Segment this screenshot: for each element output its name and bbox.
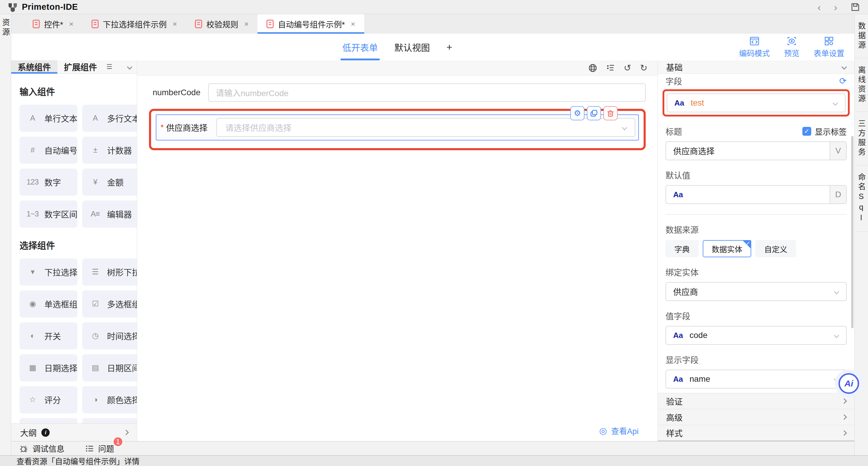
section-validation-label: 验证 [666,395,683,407]
canvas-toolbar: ↺ ↻ [137,60,657,76]
palette-component[interactable]: ☆ 评分 [20,386,78,413]
component-label: 数字区间 [44,208,78,220]
inspector-header[interactable]: 基础 [658,60,855,74]
data-source-custom[interactable]: 自定义 [755,240,796,257]
scrollbar-thumb[interactable] [851,136,854,328]
palette-component[interactable]: ◑ 颜色选择 [82,386,137,413]
palette-component[interactable]: ▨ 图片 [82,418,137,424]
refresh-icon[interactable]: ⟳ [839,76,847,86]
palette-component[interactable]: ▾ 下拉选择 [20,258,78,286]
editor-tab-label: 控件* [44,18,63,30]
right-rail-item[interactable]: 三方服务 [855,112,868,165]
palette-list-icon[interactable]: ☰ [106,63,112,71]
type-text-icon: Aa [673,190,683,199]
code-mode-button[interactable]: 编码模式 [739,36,770,58]
ai-assistant-button[interactable]: Ai [838,373,859,394]
right-rail-item[interactable]: 数据源 [855,14,868,58]
component-copy-button[interactable] [587,106,601,120]
palette-component[interactable]: ▤ 日期区间 [82,354,137,381]
nav-forward-icon[interactable]: › [834,2,837,12]
default-value-label: 默认值 [665,169,847,181]
field-label: 供应商选择 [166,122,216,133]
nav-back-icon[interactable]: ‹ [817,2,821,12]
problems-count-badge: 1 [113,437,123,447]
editor-tab-active[interactable]: 自动编号组件示例* × [257,14,364,34]
title-input[interactable]: 供应商选择 [666,142,830,160]
bottom-toolbar: 调试信息 问题 1 [11,441,855,455]
problems-button[interactable]: 问题 1 [85,443,114,454]
left-rail: 资源 [0,14,11,455]
left-rail-resources[interactable]: 资源 [0,18,11,37]
tab-lowcode-form[interactable]: 低开表单 [342,34,378,60]
palette-component[interactable]: ◉ 单选框组 [20,290,78,317]
bind-entity-select[interactable]: 供应商 [665,282,847,301]
save-icon[interactable] [850,2,860,12]
palette-component[interactable]: ± 计数器 [82,136,137,164]
editor-tab[interactable]: 校验规则 × [186,14,257,34]
show-label-checkbox[interactable]: ✓ [802,127,811,136]
palette-component[interactable]: ▦ 日期选择 [20,354,78,381]
palette-component[interactable]: ☰ 树形下拉 [82,258,137,286]
close-icon[interactable]: × [244,20,249,29]
palette-component[interactable]: ◐ 开关 [20,322,78,349]
field-supplier-selected[interactable]: * 供应商选择 请选择供应商选择 [156,115,639,141]
outline-expand-chevron-icon[interactable] [123,430,129,435]
numbercode-input[interactable]: 请输入numberCode [208,83,646,102]
right-rail-item[interactable]: 离线资源 [855,58,868,112]
component-label: 下拉选择 [44,266,78,278]
tab-system-components[interactable]: 系统组件 [11,60,57,74]
add-view-button[interactable]: + [446,41,452,53]
i18n-globe-icon[interactable] [588,64,597,72]
component-delete-button[interactable] [603,106,618,120]
select-chevron-icon [622,125,627,130]
title-suffix-button[interactable]: V [830,142,846,160]
debug-info-button[interactable]: 调试信息 [20,443,64,454]
palette-component[interactable]: A≡ 编辑器 [82,200,137,228]
field-select[interactable]: Aa test [667,93,845,112]
palette-component[interactable]: ☑ 多选框组 [82,290,137,317]
editor-tab[interactable]: 控件* × [24,14,83,34]
tab-default-view[interactable]: 默认视图 [394,34,430,60]
palette-component[interactable]: 123 数字 [20,168,78,196]
data-source-entity[interactable]: 数据实体 ✓ [703,240,751,257]
value-field-select[interactable]: Aa code [665,326,847,345]
editor-tab[interactable]: 下拉选择组件示例 × [83,14,186,34]
supplier-select-input[interactable]: 请选择供应商选择 [216,118,635,137]
palette-component[interactable]: ◷ 时间选择 [82,322,137,349]
section-style-label: 样式 [666,427,683,439]
field-numbercode[interactable]: numberCode 请输入numberCode [149,83,646,102]
view-api-link[interactable]: ◎ 查看Api [599,425,639,436]
palette-component[interactable]: ¥ 金额 [82,168,137,196]
form-settings-button[interactable]: 表单设置 [814,36,844,58]
inspector-collapse-chevron-icon[interactable] [841,64,847,69]
preview-button[interactable]: 预览 [784,36,799,58]
chevron-down-icon [833,100,838,105]
palette-component[interactable]: A 多行文本 [82,105,137,132]
view-header: 低开表单 默认视图 + 编码模式 预览 表单设置 [11,34,855,60]
component-settings-button[interactable]: ⚙ [570,106,585,120]
undo-icon[interactable]: ↺ [624,64,631,72]
close-icon[interactable]: × [351,20,355,29]
section-validation[interactable]: 验证 [658,393,855,409]
palette-collapse-chevron-icon[interactable] [127,64,132,69]
palette-component[interactable]: # 自动编号 [20,136,78,164]
close-icon[interactable]: × [173,20,177,29]
close-icon[interactable]: × [69,20,73,29]
tab-extension-components[interactable]: 扩展组件 [57,60,103,74]
palette-component[interactable]: 1~3 数字区间 [20,200,78,228]
editor-tab-bar: 控件* × 下拉选择组件示例 × 校验规则 × 自动编号组件示例* × [11,14,855,34]
section-style[interactable]: 样式 [658,425,855,441]
section-advanced[interactable]: 高级 [658,409,855,425]
bind-entity-label: 绑定实体 [665,266,847,278]
display-field-select[interactable]: Aa name [665,370,847,389]
palette-component[interactable]: ↥ 附件上传 [20,418,78,424]
annotation-highlight-box: Aa test [662,89,850,117]
outline-tree-icon[interactable] [606,64,615,72]
palette-component[interactable]: A 单行文本 [20,105,78,132]
component-label: 自动编号 [44,144,78,156]
redo-icon[interactable]: ↻ [640,64,647,72]
default-value-suffix-button[interactable]: D [830,186,846,204]
default-value-input[interactable]: Aa [666,186,830,204]
data-source-dict[interactable]: 字典 [665,240,699,257]
right-rail-item[interactable]: 命名Sql [855,165,868,232]
